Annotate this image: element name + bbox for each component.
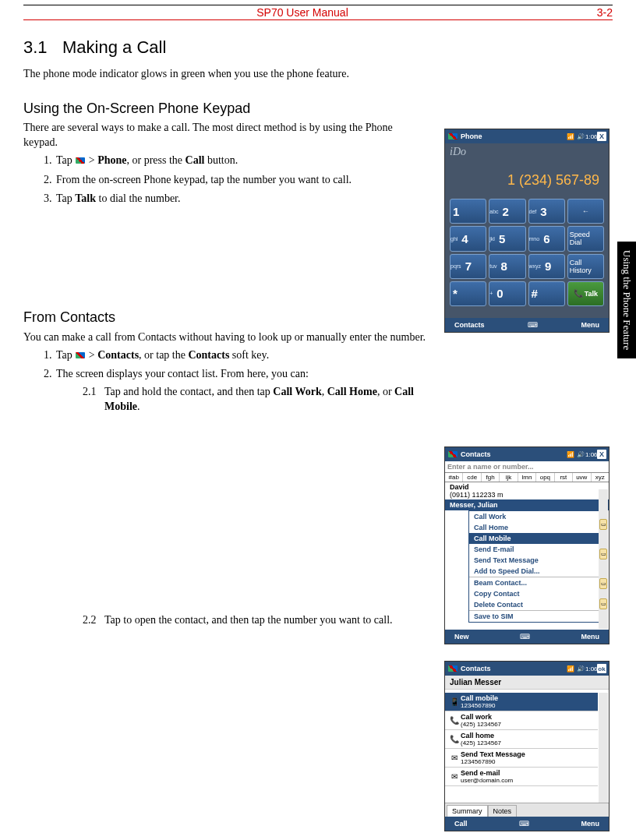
alpha-opq[interactable]: opq xyxy=(535,473,553,482)
keyboard-icon[interactable]: ⌨ xyxy=(518,820,532,828)
keypad-key-3[interactable]: def3 xyxy=(528,199,565,224)
menu-item-call-work[interactable]: Call Work xyxy=(469,511,603,522)
page-header: SP70 User Manual 3-2 xyxy=(23,6,613,19)
start-icon[interactable] xyxy=(447,664,458,673)
fig1-softbar: Contacts ⌨ Menu xyxy=(445,318,609,332)
menu-item-add-to-speed-dial-[interactable]: Add to Speed Dial... xyxy=(469,566,603,577)
ok-button[interactable]: ok xyxy=(597,664,606,673)
keypad-key-5[interactable]: jkl5 xyxy=(489,226,525,251)
alpha-lmn[interactable]: lmn xyxy=(518,473,535,482)
sim-card-icon: ▭ xyxy=(599,549,607,559)
alpha-fgh[interactable]: fgh xyxy=(481,473,499,482)
tab-summary[interactable]: Summary xyxy=(447,805,488,817)
sim-card-icon: ▭ xyxy=(599,578,607,589)
signal-icon: 📶 xyxy=(565,665,575,672)
section-title: Making a Call xyxy=(62,37,166,57)
alpha-rst[interactable]: rst xyxy=(554,473,572,482)
menu-item-beam-contact-[interactable]: Beam Contact... xyxy=(469,577,603,588)
keypad-key-#[interactable]: # xyxy=(528,281,565,306)
menu-item-send-text-message[interactable]: Send Text Message xyxy=(469,555,603,566)
carrier-label: iDo xyxy=(445,143,609,172)
menu-item-copy-contact[interactable]: Copy Contact xyxy=(469,588,603,599)
keypad-key-2[interactable]: abc2 xyxy=(489,199,525,224)
signal-icon: 📶 xyxy=(565,451,575,458)
action-icon: ✉ xyxy=(448,769,461,784)
keypad-key-1[interactable]: 1 xyxy=(450,199,486,224)
keypad-key-callhistory[interactable]: Call History xyxy=(567,254,604,279)
fig3-title: Contacts xyxy=(461,665,565,672)
alpha-index[interactable]: #abcdefghijklmnopqrstuvwxyz xyxy=(445,473,609,482)
close-icon[interactable]: X xyxy=(597,450,606,459)
scrollbar[interactable] xyxy=(599,693,608,803)
figure-contacts-menu: Contacts 📶 🔊 1:06 X Enter a name or numb… xyxy=(444,446,610,644)
alpha-#ab[interactable]: #ab xyxy=(445,473,462,482)
keypad-step-3: Tap Talk to dial the number. xyxy=(55,192,436,206)
action-icon: ✉ xyxy=(448,750,461,765)
fig2-title: Contacts xyxy=(461,450,565,458)
softkey-menu[interactable]: Menu xyxy=(581,820,599,828)
keypad-key-0[interactable]: +0 xyxy=(489,281,525,306)
action-call-home[interactable]: 📞Call home(425) 1234567 xyxy=(445,730,598,749)
start-icon xyxy=(75,156,86,165)
keypad-step-2: From the on-screen Phone keypad, tap the… xyxy=(55,173,436,188)
keyboard-icon[interactable]: ⌨ xyxy=(526,321,540,329)
contacts-step-1: Tap > Contacts, or tap the Contacts soft… xyxy=(55,348,585,363)
keypad-key-6[interactable]: mno6 xyxy=(528,226,565,251)
menu-item-send-e-mail[interactable]: Send E-mail xyxy=(469,544,603,555)
keypad-key-*[interactable]: * xyxy=(450,281,486,306)
fig3-softbar: Call ⌨ Menu xyxy=(445,817,609,831)
dialed-number: 1 (234) 567-89 xyxy=(445,172,609,196)
softkey-contacts[interactable]: Contacts xyxy=(454,321,485,329)
keypad-key-4[interactable]: ghi4 xyxy=(450,226,486,251)
fig3-titlebar: Contacts 📶 🔊 1:06 ok xyxy=(445,662,609,676)
contact-row-selected[interactable]: Messer, Julian xyxy=(445,499,609,510)
clock-text: 1:06 xyxy=(585,133,595,140)
sim-card-icon: ▭ xyxy=(599,519,607,530)
alpha-ijk[interactable]: ijk xyxy=(499,473,517,482)
softkey-menu[interactable]: Menu xyxy=(581,321,599,329)
substep-2-1: 2.1 Tap and hold the contact, and then t… xyxy=(83,385,418,415)
alpha-uvw[interactable]: uvw xyxy=(572,473,590,482)
alpha-xyz[interactable]: xyz xyxy=(591,473,609,482)
scrollbar[interactable]: ▭ ▭ ▭ ▭ xyxy=(599,489,608,629)
keypad-key-[interactable]: ← xyxy=(567,199,604,224)
keypad-key-speeddial[interactable]: Speed Dial xyxy=(567,226,604,251)
action-call-mobile[interactable]: 📱Call mobile1234567890 xyxy=(445,693,598,711)
fig1-titlebar: Phone 📶 🔊 1:06 X xyxy=(445,129,609,143)
section-heading: 3.1Making a Call xyxy=(23,36,585,59)
talk-button[interactable]: Talk xyxy=(567,281,604,306)
softkey-new[interactable]: New xyxy=(454,633,469,641)
keypad-key-9[interactable]: wxyz9 xyxy=(528,254,565,279)
fig1-title: Phone xyxy=(461,132,565,140)
sim-card-icon: ▭ xyxy=(599,598,607,609)
menu-item-save-to-sim[interactable]: Save to SIM xyxy=(469,611,603,622)
menu-item-delete-contact[interactable]: Delete Contact xyxy=(469,599,603,610)
menu-item-call-mobile[interactable]: Call Mobile xyxy=(469,533,603,544)
speaker-icon: 🔊 xyxy=(575,133,585,140)
keypad-lead: There are several ways to make a call. T… xyxy=(23,121,405,150)
action-send-e-mail[interactable]: ✉Send e-mailuser@domain.com xyxy=(445,768,598,786)
speaker-icon: 🔊 xyxy=(575,665,585,672)
softkey-call[interactable]: Call xyxy=(454,820,468,828)
close-icon[interactable]: X xyxy=(597,132,606,141)
contact-row[interactable]: David (0911) 112233 m xyxy=(445,482,609,499)
action-icon: 📞 xyxy=(448,713,461,728)
alpha-cde[interactable]: cde xyxy=(462,473,480,482)
chapter-side-tab: Using the Phone Feature xyxy=(617,242,636,358)
action-icon: 📱 xyxy=(448,694,461,709)
keypad-key-8[interactable]: tuv8 xyxy=(489,254,525,279)
contacts-search-input[interactable]: Enter a name or number... xyxy=(445,461,609,473)
softkey-menu[interactable]: Menu xyxy=(581,633,599,641)
context-menu: Call WorkCall HomeCall MobileSend E-mail… xyxy=(468,510,604,623)
keypad-step-1: Tap > Phone, or press the Call button. xyxy=(55,154,436,168)
action-call-work[interactable]: 📞Call work(425) 1234567 xyxy=(445,711,598,730)
clock-text: 1:06 xyxy=(585,665,595,672)
contact-name-header: Julian Messer xyxy=(445,676,609,690)
menu-item-call-home[interactable]: Call Home xyxy=(469,522,603,533)
keyboard-icon[interactable]: ⌨ xyxy=(518,633,532,641)
tab-notes[interactable]: Notes xyxy=(488,805,518,817)
keypad-key-7[interactable]: pqrs7 xyxy=(450,254,486,279)
start-icon[interactable] xyxy=(447,132,458,141)
action-send-text-message[interactable]: ✉Send Text Message1234567890 xyxy=(445,749,598,768)
start-icon[interactable] xyxy=(447,450,458,459)
